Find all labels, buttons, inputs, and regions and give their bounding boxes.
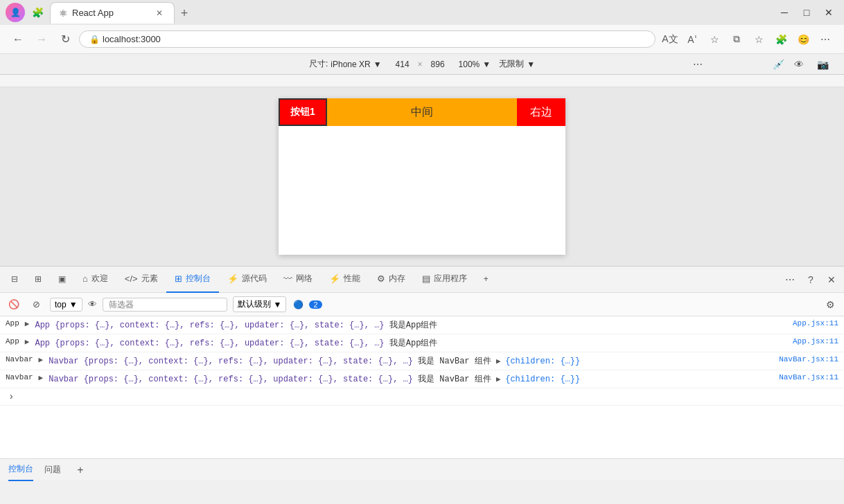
memory-icon: ⚙ [377, 273, 385, 284]
log-props: {props: {…}, context: {…}, refs: {…}, up… [55, 339, 384, 348]
devtools-tab-sources[interactable]: ⚡ 源代码 [219, 267, 275, 293]
devtools-tab-console[interactable]: ⊞ 控制台 [166, 267, 219, 293]
device-zoom-select[interactable]: 100% ▼ [459, 60, 491, 69]
title-bar-left: 👤 🧩 [6, 3, 44, 22]
log-source-label: App [6, 337, 19, 345]
devtools-tab-memory[interactable]: ⚙ 内存 [369, 267, 414, 293]
add-tab-button[interactable]: + [72, 462, 89, 478]
bottom-tab-console[interactable]: 控制台 [8, 459, 33, 481]
tab-close-button[interactable]: ✕ [153, 7, 166, 19]
bottom-tab-issues[interactable]: 问题 [44, 464, 61, 476]
button1[interactable]: 按钮1 [279, 98, 327, 126]
devtools-tabs: ⊟ ⊞ ▣ ⌂ 欢迎 </> 元素 ⊞ 控制台 ⚡ 源代码 [0, 267, 844, 293]
device-name: iPhone XR [331, 60, 370, 69]
console-filter-input[interactable] [103, 298, 227, 312]
log-text: Navbar {props: {…}, context: {…}, refs: … [49, 355, 773, 367]
device-toolbar: 尺寸: iPhone XR ▼ × 100% ▼ 无限制 ▼ 💉 👁 📷 ⋯ [0, 54, 844, 75]
console-settings-button[interactable]: ⚙ [822, 296, 838, 313]
log-link-4[interactable]: NavBar.jsx:11 [779, 373, 838, 381]
tab-favicon: ⚛ [59, 8, 68, 19]
log-component: Navbar [49, 357, 83, 366]
screenshot-button[interactable]: 👁 [789, 54, 809, 75]
log-row: Navbar ▶ Navbar {props: {…}, context: {…… [0, 370, 844, 388]
favorites-button[interactable]: ☆ [704, 29, 725, 50]
device-limit-select[interactable]: 无限制 ▼ [499, 58, 535, 70]
devtools-tab-application[interactable]: ▤ 应用程序 [414, 267, 475, 293]
minimize-button[interactable]: ─ [775, 3, 794, 22]
log-props: {props: {…}, context: {…}, refs: {…}, up… [84, 375, 413, 384]
console-icon: ⊞ [175, 273, 182, 284]
console-context-select[interactable]: top ▼ [50, 298, 82, 312]
forward-button[interactable]: → [32, 30, 51, 49]
more-button[interactable]: ⋯ [815, 29, 836, 50]
log-expand-arrow[interactable]: ▶ [25, 319, 30, 328]
limit-dropdown-icon: ▼ [527, 60, 535, 69]
devtools-help-button[interactable]: ? [801, 270, 820, 289]
read-button[interactable]: Aˈ [682, 29, 703, 50]
tab-application-label: 应用程序 [434, 273, 467, 285]
level-dropdown-icon: ▼ [274, 300, 282, 309]
more-options-button[interactable]: ⋯ [687, 54, 708, 75]
devtools-tab-undock[interactable]: ⊞ [26, 267, 50, 293]
collections-button[interactable]: ⧉ [726, 29, 747, 50]
devtools-more-button[interactable]: ⋯ [780, 270, 800, 289]
device-dropdown-icon: ▼ [373, 60, 382, 69]
bookmarks-button[interactable]: ☆ [748, 29, 769, 50]
profile-button[interactable]: 😊 [793, 29, 814, 50]
devtools-close-button[interactable]: ✕ [822, 270, 841, 289]
devtools-tab-sidebar[interactable]: ▣ [50, 267, 74, 293]
console-clear-button[interactable]: 🚫 [6, 296, 22, 313]
tab-performance-label: 性能 [344, 273, 360, 285]
device-height-input[interactable] [425, 60, 450, 69]
back-button[interactable]: ← [8, 30, 28, 49]
application-icon: ▤ [422, 273, 430, 284]
device-dimensions: × [390, 60, 450, 69]
address-bar: ← → ↻ 🔒 localhost:3000 A文 Aˈ ☆ ⧉ ☆ 🧩 😊 ⋯ [0, 25, 844, 54]
log-children: {children: {…}} [505, 357, 580, 366]
devtools-tab-dock[interactable]: ⊟ [3, 267, 26, 293]
device-width-input[interactable] [390, 60, 415, 69]
address-text[interactable]: localhost:3000 [103, 34, 161, 44]
devtools-panel: ⊟ ⊞ ▣ ⌂ 欢迎 </> 元素 ⊞ 控制台 ⚡ 源代码 [0, 266, 844, 480]
maximize-button[interactable]: □ [797, 3, 816, 22]
extensions-button[interactable]: 🧩 [771, 29, 791, 50]
devtools-tab-network[interactable]: 〰 网络 [275, 267, 321, 293]
address-input[interactable]: 🔒 localhost:3000 [79, 30, 656, 48]
log-link-2[interactable]: App.jsx:11 [793, 337, 838, 345]
devtools-tab-welcome[interactable]: ⌂ 欢迎 [74, 267, 116, 293]
zoom-dropdown-icon: ▼ [482, 60, 491, 69]
console-level-select[interactable]: 默认级别 ▼ [233, 296, 287, 312]
device-select[interactable]: 尺寸: iPhone XR ▼ [309, 58, 382, 70]
context-dropdown-icon: ▼ [69, 300, 78, 309]
console-eye-button[interactable]: 👁 [88, 299, 97, 309]
devtools-tab-performance[interactable]: ⚡ 性能 [321, 267, 369, 293]
log-link-1[interactable]: App.jsx:11 [793, 319, 838, 327]
phone-frame: 按钮1 中间 右边 [279, 98, 565, 255]
log-children-arrow[interactable]: ▶ [496, 357, 505, 366]
browser-window: 👤 🧩 ⚛ React App ✕ + ─ □ ✕ ← → ↻ 🔒 localh… [0, 0, 844, 480]
devtools-tab-more[interactable]: + [475, 267, 497, 293]
new-tab-button[interactable]: + [175, 4, 194, 24]
eyedropper-button[interactable]: 💉 [768, 54, 789, 75]
capture-button[interactable]: 📷 [812, 54, 833, 75]
device-label: 尺寸: [309, 58, 328, 70]
app-content [279, 126, 565, 255]
reload-button[interactable]: ↻ [55, 30, 75, 49]
log-expand-arrow[interactable]: ▶ [25, 337, 30, 346]
log-link-3[interactable]: NavBar.jsx:11 [779, 355, 838, 363]
close-button[interactable]: ✕ [819, 3, 838, 22]
devtools-actions: ⋯ ? ✕ [780, 270, 841, 289]
log-message: 我是 NavBar 组件 [418, 375, 491, 384]
translate-button[interactable]: A文 [660, 29, 680, 50]
browser-tab-react[interactable]: ⚛ React App ✕ [50, 2, 175, 24]
log-expand-arrow[interactable]: ▶ [39, 373, 44, 382]
tab-elements-label: 元素 [141, 273, 158, 285]
devtools-tab-elements[interactable]: </> 元素 [116, 267, 166, 293]
console-filter-button[interactable]: ⊘ [28, 296, 44, 313]
log-children-arrow[interactable]: ▶ [496, 375, 505, 384]
log-source-label: App [6, 319, 19, 327]
log-expand-arrow[interactable]: ▶ [39, 355, 44, 364]
log-source-label: Navbar [6, 373, 33, 381]
expand-more-arrow[interactable]: › [8, 391, 14, 402]
sidebar-icon: ▣ [58, 274, 66, 284]
